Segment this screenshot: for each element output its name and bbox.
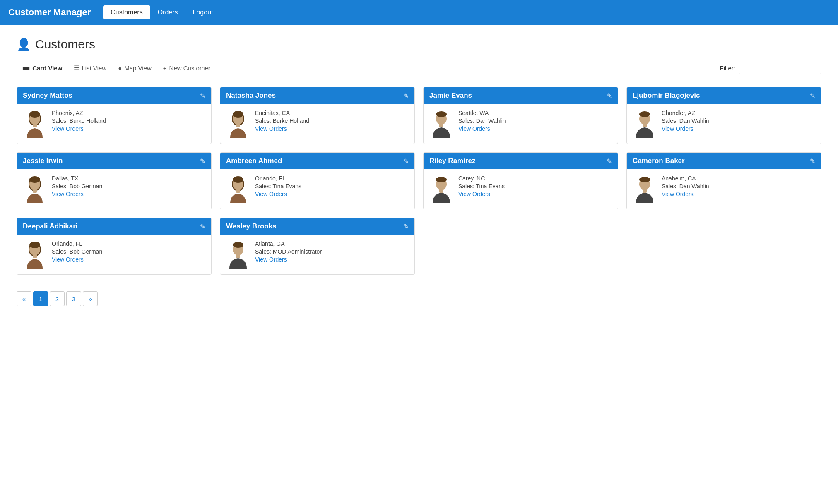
list-view-button[interactable]: ☰ List View — [68, 61, 112, 74]
card-sales: Sales: Bob German — [52, 248, 102, 255]
card-name: Sydney Mattos — [23, 91, 72, 100]
new-customer-button[interactable]: + New Customer — [157, 62, 216, 74]
card-name: Deepali Adhikari — [23, 222, 78, 230]
nav-links: Customers Orders Logout — [103, 5, 220, 19]
card-header: Wesley Brooks ✎ — [220, 218, 414, 235]
map-view-button[interactable]: ● Map View — [112, 62, 157, 74]
card-info: Chandler, AZ Sales: Dan Wahlin View Orde… — [662, 110, 709, 132]
svg-point-30 — [29, 242, 40, 248]
avatar — [226, 240, 250, 269]
view-orders-link[interactable]: View Orders — [458, 191, 505, 197]
svg-rect-13 — [643, 123, 647, 127]
edit-icon[interactable]: ✎ — [810, 157, 815, 165]
svg-point-2 — [29, 111, 40, 118]
card-name: Ljubomir Blagojevic — [633, 91, 700, 100]
card-name: Riley Ramirez — [429, 157, 476, 165]
card-location: Orlando, FL — [255, 175, 301, 182]
card-view-button[interactable]: ■■ Card View — [17, 62, 68, 74]
customer-card: Ljubomir Blagojevic ✎ Chandler, AZ Sales… — [626, 87, 821, 144]
edit-icon[interactable]: ✎ — [403, 223, 409, 230]
pagination-next[interactable]: » — [83, 291, 98, 306]
edit-icon[interactable]: ✎ — [607, 92, 612, 100]
nav-logout[interactable]: Logout — [185, 5, 221, 19]
card-sales: Sales: Dan Wahlin — [662, 183, 709, 190]
view-orders-link[interactable]: View Orders — [255, 256, 322, 263]
view-orders-link[interactable]: View Orders — [255, 191, 301, 197]
customer-card: Wesley Brooks ✎ Atlanta, GA Sales: MOD A… — [220, 218, 415, 275]
card-body: Orlando, FL Sales: Bob German View Order… — [17, 235, 211, 274]
filter-input[interactable] — [739, 62, 821, 74]
avatar — [633, 175, 657, 203]
avatar — [23, 240, 47, 269]
card-body: Phoenix, AZ Sales: Burke Holland View Or… — [17, 104, 211, 144]
plus-icon: + — [163, 65, 167, 72]
edit-icon[interactable]: ✎ — [810, 92, 815, 100]
app-brand: Customer Manager — [8, 7, 91, 18]
view-orders-link[interactable]: View Orders — [52, 191, 102, 197]
card-sales: Sales: Dan Wahlin — [662, 118, 709, 124]
view-orders-link[interactable]: View Orders — [662, 191, 709, 197]
card-body: Carey, NC Sales: Tina Evans View Orders — [424, 169, 618, 209]
customer-card: Riley Ramirez ✎ Carey, NC Sales: Tina Ev… — [423, 152, 618, 209]
view-orders-link[interactable]: View Orders — [458, 125, 506, 132]
pagination-prev[interactable]: « — [17, 291, 31, 306]
svg-rect-31 — [33, 254, 37, 258]
card-location: Carey, NC — [458, 175, 505, 182]
edit-icon[interactable]: ✎ — [403, 157, 409, 165]
pagination-page-2[interactable]: 2 — [50, 291, 65, 306]
avatar — [633, 110, 657, 138]
edit-icon[interactable]: ✎ — [200, 92, 205, 100]
person-icon: 👤 — [17, 38, 31, 51]
filter-label: Filter: — [720, 65, 736, 72]
card-header: Natasha Jones ✎ — [220, 87, 414, 104]
page-title: Customers — [35, 37, 95, 51]
card-name: Natasha Jones — [226, 91, 276, 100]
nav-customers[interactable]: Customers — [103, 5, 150, 19]
card-info: Dallas, TX Sales: Bob German View Orders — [52, 175, 102, 197]
customer-card: Jamie Evans ✎ Seattle, WA Sales: Dan Wah… — [423, 87, 618, 144]
svg-rect-3 — [33, 123, 37, 127]
card-header: Sydney Mattos ✎ — [17, 87, 211, 104]
customer-card: Cameron Baker ✎ Anaheim, CA Sales: Dan W… — [626, 152, 821, 209]
card-info: Atlanta, GA Sales: MOD Administrator Vie… — [255, 240, 322, 263]
card-sales: Sales: Bob German — [52, 183, 102, 190]
svg-point-6 — [233, 111, 243, 118]
edit-icon[interactable]: ✎ — [607, 157, 612, 165]
avatar — [429, 110, 453, 138]
avatar — [226, 175, 250, 203]
view-orders-link[interactable]: View Orders — [52, 125, 106, 132]
view-orders-link[interactable]: View Orders — [662, 125, 709, 132]
avatar — [23, 110, 47, 138]
pagination-page-1[interactable]: 1 — [33, 291, 48, 306]
navbar: Customer Manager Customers Orders Logout — [0, 0, 838, 25]
card-body: Chandler, AZ Sales: Dan Wahlin View Orde… — [627, 104, 821, 144]
list-icon: ☰ — [74, 64, 79, 72]
svg-point-26 — [639, 177, 650, 182]
card-location: Phoenix, AZ — [52, 110, 106, 116]
customer-card: Natasha Jones ✎ Encinitas, CA Sales: Bur… — [220, 87, 415, 144]
view-orders-link[interactable]: View Orders — [52, 256, 102, 263]
card-location: Anaheim, CA — [662, 175, 709, 182]
edit-icon[interactable]: ✎ — [403, 92, 409, 100]
avatar — [429, 175, 453, 203]
nav-orders[interactable]: Orders — [150, 5, 185, 19]
svg-rect-21 — [236, 189, 240, 193]
edit-icon[interactable]: ✎ — [200, 223, 205, 230]
page-header: 👤 Customers — [17, 37, 821, 51]
svg-point-23 — [436, 177, 447, 182]
card-header: Jessie Irwin ✎ — [17, 153, 211, 169]
customer-card: Jessie Irwin ✎ Dallas, TX Sales: Bob Ger… — [17, 152, 212, 209]
page-content: 👤 Customers ■■ Card View ☰ List View ● M… — [0, 25, 838, 504]
card-body: Dallas, TX Sales: Bob German View Orders — [17, 169, 211, 209]
card-sales: Sales: Tina Evans — [255, 183, 301, 190]
card-name: Jamie Evans — [429, 91, 472, 100]
view-orders-link[interactable]: View Orders — [255, 125, 309, 132]
card-info: Phoenix, AZ Sales: Burke Holland View Or… — [52, 110, 106, 132]
card-location: Chandler, AZ — [662, 110, 709, 116]
map-pin-icon: ● — [118, 65, 122, 72]
edit-icon[interactable]: ✎ — [200, 157, 205, 165]
card-name: Jessie Irwin — [23, 157, 63, 165]
svg-point-33 — [233, 242, 243, 248]
pagination-page-3[interactable]: 3 — [66, 291, 81, 306]
card-body: Anaheim, CA Sales: Dan Wahlin View Order… — [627, 169, 821, 209]
